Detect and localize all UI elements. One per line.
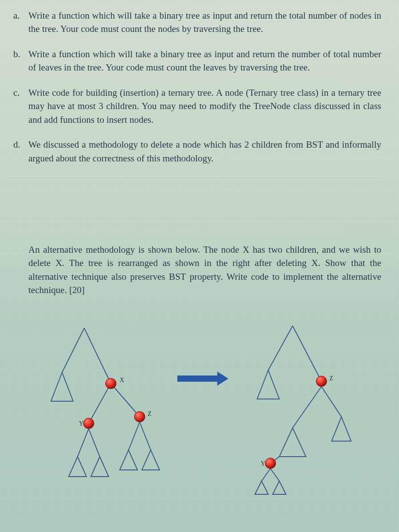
arrow-icon [177,372,228,386]
edge [129,422,140,450]
text-d: We discussed a methodology to delete a n… [28,138,381,165]
edge [270,469,279,481]
subtree-triangle [69,457,86,477]
label-z-right: Z [329,375,333,382]
marker-a: a. [9,9,28,36]
diagram: X Y Z Z Y [9,315,381,483]
edge [262,469,270,481]
subtree-triangle [257,370,279,399]
label-z: Z [148,411,152,417]
tree-diagram-svg: X Y Z Z Y [27,315,364,483]
question-a: a. Write a function which will take a bi… [9,9,381,36]
node-z [134,411,145,422]
alt-marker [9,243,28,297]
edge [293,326,321,381]
label-y: Y [79,420,83,427]
subtree-triangle [91,457,109,477]
svg-marker-2 [217,372,228,386]
edge [321,387,341,417]
subtree-triangle [273,481,286,494]
label-x: X [120,377,124,383]
edge [111,383,140,417]
alt-text: An alternative methodology is shown belo… [28,243,381,297]
edge [89,383,111,423]
edge [293,387,321,428]
subtree-triangle [255,481,268,494]
ruled-line [9,176,381,177]
subtree-triangle [332,417,351,441]
marker-d: d. [9,138,28,165]
text-a: Write a function which will take a binar… [28,9,381,36]
question-d: d. We discussed a methodology to delete … [9,138,381,165]
edge [89,429,100,457]
subtree-triangle [51,372,73,401]
edge [78,429,89,457]
node-y [83,418,94,429]
alt-paragraph: An alternative methodology is shown belo… [9,243,381,297]
edge [140,422,151,450]
node-z-right [316,376,327,387]
edge [62,328,84,372]
node-x [106,378,116,389]
question-c: c. Write code for building (insertion) a… [9,86,381,126]
right-tree: Z Y [255,326,351,494]
svg-rect-1 [177,376,217,382]
edge [84,328,111,383]
question-b: b. Write a function which will take a bi… [9,47,381,74]
subtree-triangle [279,428,306,457]
marker-b: b. [9,47,28,74]
label-y-right: Y [261,460,265,467]
blank-gap [9,176,381,243]
subtree-triangle [142,450,160,470]
marker-c: c. [9,86,28,126]
text-c: Write code for building (insertion) a te… [28,86,381,126]
edge [268,326,293,370]
subtree-triangle [120,450,137,470]
left-tree: X Y Z [51,328,160,477]
node-y-right [265,458,276,469]
text-b: Write a function which will take a binar… [28,47,381,74]
